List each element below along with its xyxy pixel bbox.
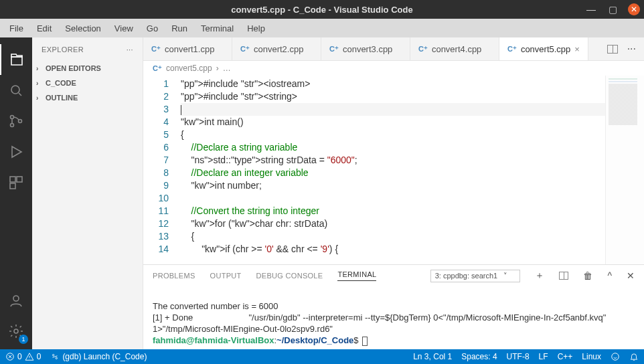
svg-rect-6 (10, 183, 15, 189)
cpp-file-icon: C⁺ (507, 45, 517, 54)
menu-terminal[interactable]: Terminal (194, 21, 240, 36)
bottom-panel: PROBLEMS OUTPUT DEBUG CONSOLE TERMINAL 3… (143, 264, 644, 349)
editor-tabs: C⁺convert1.cpp× C⁺convert2.cpp× C⁺conver… (143, 37, 644, 61)
svg-point-7 (13, 296, 19, 301)
cpp-file-icon: C⁺ (240, 45, 250, 54)
minimize-icon[interactable]: — (585, 3, 597, 15)
tab-convert1[interactable]: C⁺convert1.cpp× (143, 37, 232, 60)
split-editor-icon[interactable] (607, 45, 618, 54)
svg-point-0 (11, 86, 19, 94)
status-encoding[interactable]: UTF-8 (507, 352, 530, 361)
section-open-editors[interactable]: ›OPEN EDITORS (32, 61, 143, 76)
line-gutter: 1234567891011121314 (143, 76, 181, 264)
tab-convert3[interactable]: C⁺convert3.cpp× (321, 37, 410, 60)
cpp-file-icon: C⁺ (151, 45, 161, 54)
extensions-icon[interactable] (0, 167, 32, 198)
svg-rect-5 (17, 177, 22, 182)
code-content[interactable]: "pp">#include "str"><iostream> "pp">#inc… (181, 76, 644, 264)
panel-tab-output[interactable]: OUTPUT (210, 272, 242, 280)
run-debug-icon[interactable] (0, 136, 32, 167)
editor-actions: ··· (599, 37, 644, 60)
terminal-selector[interactable]: 3: cppdbg: search1 ˅ (430, 270, 521, 282)
panel-tab-problems[interactable]: PROBLEMS (153, 272, 195, 280)
svg-point-10 (53, 355, 54, 356)
settings-badge: 1 (19, 335, 28, 344)
status-bell-icon[interactable] (629, 352, 639, 361)
terminal-cursor (362, 337, 368, 346)
sidebar-title: EXPLORER (42, 46, 84, 54)
menu-help[interactable]: Help (240, 21, 272, 36)
title-bar: convert5.cpp - C_Code - Visual Studio Co… (0, 0, 644, 19)
new-terminal-icon[interactable]: ＋ (535, 270, 544, 282)
status-position[interactable]: Ln 3, Col 1 (413, 352, 452, 361)
status-spaces[interactable]: Spaces: 4 (461, 352, 497, 361)
settings-gear-icon[interactable]: 1 (0, 316, 32, 347)
accounts-icon[interactable] (0, 285, 32, 316)
panel-tab-terminal[interactable]: TERMINAL (337, 270, 376, 281)
close-icon[interactable]: ✕ (628, 3, 640, 15)
menu-run[interactable]: Run (165, 21, 194, 36)
window-title: convert5.cpp - C_Code - Visual Studio Co… (231, 5, 412, 15)
svg-point-8 (14, 329, 18, 333)
cpp-file-icon: C⁺ (418, 45, 428, 54)
status-launch[interactable]: (gdb) Launch (C_Code) (50, 352, 147, 361)
close-panel-icon[interactable]: ✕ (627, 270, 635, 281)
menu-bar: File Edit Selection View Go Run Terminal… (0, 19, 644, 37)
status-bar: 0 0 (gdb) Launch (C_Code) Ln 3, Col 1 Sp… (0, 349, 644, 364)
search-icon[interactable] (0, 75, 32, 106)
maximize-icon[interactable]: ▢ (607, 3, 619, 15)
close-tab-icon[interactable]: × (574, 44, 580, 54)
cpp-file-icon: C⁺ (329, 45, 339, 54)
menu-file[interactable]: File (3, 21, 30, 36)
status-eol[interactable]: LF (539, 352, 548, 361)
panel-tabs: PROBLEMS OUTPUT DEBUG CONSOLE TERMINAL 3… (143, 265, 644, 286)
source-control-icon[interactable] (0, 106, 32, 136)
svg-point-2 (11, 124, 14, 127)
tab-convert2[interactable]: C⁺convert2.cpp× (232, 37, 321, 60)
svg-point-12 (612, 353, 619, 361)
status-os[interactable]: Linux (582, 352, 601, 361)
section-folder[interactable]: ›C_CODE (32, 76, 143, 90)
menu-view[interactable]: View (108, 21, 140, 36)
terminal-body[interactable]: The converted number is = 6000 [1] + Don… (143, 286, 644, 349)
sidebar-header: EXPLORER ··· (32, 37, 143, 61)
kill-terminal-icon[interactable]: 🗑 (583, 270, 592, 281)
svg-point-3 (19, 120, 22, 123)
status-lang[interactable]: C++ (558, 352, 573, 361)
panel-tab-debug[interactable]: DEBUG CONSOLE (256, 272, 323, 280)
menu-edit[interactable]: Edit (30, 21, 58, 36)
status-feedback-icon[interactable] (611, 352, 620, 361)
svg-point-11 (56, 357, 58, 359)
status-errors[interactable]: 0 0 (5, 352, 41, 361)
menu-selection[interactable]: Selection (58, 21, 107, 36)
explorer-icon[interactable] (0, 44, 32, 75)
split-terminal-icon[interactable] (559, 272, 568, 280)
code-editor[interactable]: 1234567891011121314 "pp">#include "str">… (143, 76, 644, 264)
tab-convert5[interactable]: C⁺convert5.cpp× (499, 37, 588, 60)
menu-go[interactable]: Go (140, 21, 165, 36)
section-outline[interactable]: ›OUTLINE (32, 90, 143, 105)
explorer-sidebar: EXPLORER ··· ›OPEN EDITORS ›C_CODE ›OUTL… (32, 37, 143, 349)
minimap[interactable] (605, 76, 644, 264)
breadcrumb[interactable]: C⁺ convert5.cpp › … (143, 61, 644, 76)
sidebar-more-icon[interactable]: ··· (127, 46, 133, 54)
more-actions-icon[interactable]: ··· (627, 43, 636, 55)
svg-rect-4 (10, 177, 15, 182)
activity-bar: 1 (0, 37, 32, 349)
editor-area: C⁺convert1.cpp× C⁺convert2.cpp× C⁺conver… (143, 37, 644, 349)
svg-point-1 (11, 116, 14, 119)
cpp-file-icon: C⁺ (153, 64, 162, 73)
tab-convert4[interactable]: C⁺convert4.cpp× (410, 37, 499, 60)
window-controls: — ▢ ✕ (585, 3, 640, 15)
maximize-panel-icon[interactable]: ^ (607, 270, 612, 281)
